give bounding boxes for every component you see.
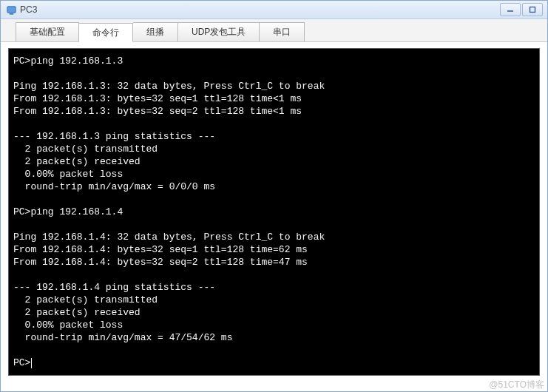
tab-label: 命令行 <box>92 27 119 38</box>
terminal-line: 2 packet(s) received <box>13 156 141 167</box>
terminal-line: Ping 192.168.1.4: 32 data bytes, Press C… <box>13 232 325 243</box>
watermark: @51CTO博客 <box>1 377 547 391</box>
tab-cli[interactable]: 命令行 <box>79 23 133 42</box>
terminal-line: --- 192.168.1.3 ping statistics --- <box>13 131 215 142</box>
window-title: PC3 <box>20 4 37 15</box>
terminal-line: 2 packet(s) received <box>13 307 141 318</box>
tab-bar: 基础配置 命令行 组播 UDP发包工具 串口 <box>1 19 547 42</box>
terminal-line: --- 192.168.1.4 ping statistics --- <box>13 282 215 293</box>
terminal-line: Ping 192.168.1.3: 32 data bytes, Press C… <box>13 81 325 92</box>
maximize-button[interactable] <box>522 3 543 16</box>
tab-udp-tool[interactable]: UDP发包工具 <box>178 22 260 41</box>
titlebar: PC3 <box>1 1 547 19</box>
tab-label: 基础配置 <box>30 27 65 37</box>
app-icon <box>5 4 17 16</box>
svg-rect-3 <box>530 7 535 13</box>
terminal-line: 2 packet(s) transmitted <box>13 143 158 155</box>
terminal-prompt: PC> <box>13 357 32 368</box>
terminal-line: round-trip min/avg/max = 47/54/62 ms <box>13 332 232 343</box>
terminal-wrap: PC>ping 192.168.1.3 Ping 192.168.1.3: 32… <box>1 42 547 377</box>
terminal-line: round-trip min/avg/max = 0/0/0 ms <box>13 181 215 192</box>
app-window: PC3 基础配置 命令行 组播 UDP发包工具 串口 PC>ping 192.1… <box>0 0 548 392</box>
cursor-icon <box>31 358 32 368</box>
svg-rect-0 <box>7 6 15 12</box>
tab-multicast[interactable]: 组播 <box>133 22 178 41</box>
terminal[interactable]: PC>ping 192.168.1.3 Ping 192.168.1.3: 32… <box>8 48 540 376</box>
tab-label: 串口 <box>273 27 291 37</box>
minimize-button[interactable] <box>500 3 521 16</box>
terminal-line: PC>ping 192.168.1.4 <box>13 206 123 217</box>
tab-label: 组播 <box>146 27 164 37</box>
terminal-line: 0.00% packet loss <box>13 320 123 331</box>
terminal-line: From 192.168.1.4: bytes=32 seq=2 ttl=128… <box>13 257 308 268</box>
tab-serial[interactable]: 串口 <box>260 22 305 41</box>
terminal-line: From 192.168.1.3: bytes=32 seq=2 ttl=128… <box>13 106 302 117</box>
terminal-line: From 192.168.1.4: bytes=32 seq=1 ttl=128… <box>13 244 308 255</box>
terminal-line: 2 packet(s) transmitted <box>13 294 158 305</box>
svg-rect-1 <box>9 13 13 14</box>
terminal-line: PC>ping 192.168.1.3 <box>13 55 123 67</box>
tab-basic-config[interactable]: 基础配置 <box>16 22 79 41</box>
tab-label: UDP发包工具 <box>192 27 246 37</box>
terminal-line: 0.00% packet loss <box>13 169 123 180</box>
terminal-line: From 192.168.1.3: bytes=32 seq=1 ttl=128… <box>13 93 302 104</box>
